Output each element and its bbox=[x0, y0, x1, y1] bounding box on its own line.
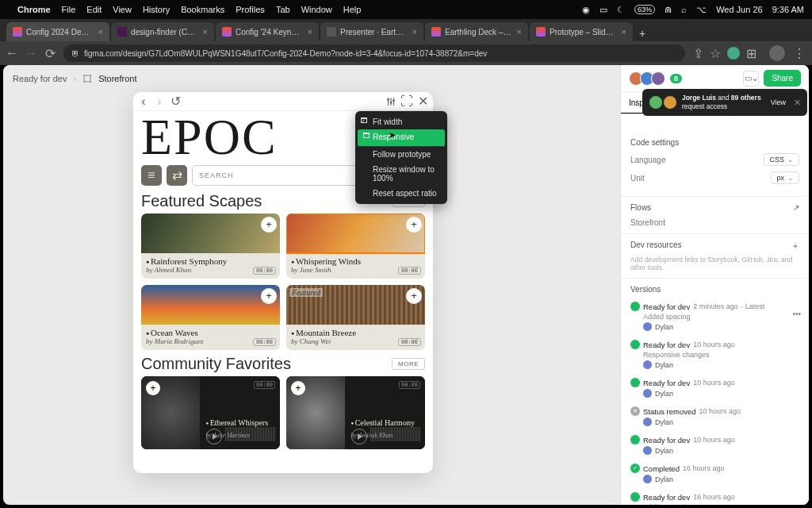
viewer-back-icon[interactable]: ‹ bbox=[138, 96, 149, 107]
menu-item-responsive[interactable]: Responsive bbox=[358, 129, 445, 147]
browser-tab[interactable]: Earthling Deck – Figma× bbox=[425, 22, 528, 41]
flow-play-icon[interactable]: ↗ bbox=[793, 203, 799, 212]
tab-close-icon[interactable]: × bbox=[622, 27, 626, 37]
browser-toolbar: ← → ⟳ ⛨ figma.com/design/G7LdOm8WULPqWSN… bbox=[0, 41, 812, 65]
community-card[interactable]: +00:00Ethereal Whispersby Jane Martinez bbox=[141, 376, 280, 449]
viewer-options-icon[interactable] bbox=[385, 96, 396, 107]
add-button[interactable]: + bbox=[261, 288, 277, 304]
battery-percent[interactable]: 63% bbox=[634, 5, 655, 14]
tab-close-icon[interactable]: × bbox=[98, 27, 103, 37]
version-item[interactable]: ✕Status removed 10 hours agoDylan bbox=[621, 403, 809, 432]
version-item[interactable]: Ready for dev 10 hours agoDylan bbox=[621, 375, 809, 403]
menu-item-follow-prototype[interactable]: Follow prototype bbox=[355, 147, 447, 162]
unit-label: Unit bbox=[630, 174, 645, 183]
site-info-icon[interactable]: ⛨ bbox=[71, 49, 79, 58]
menu-tab[interactable]: Tab bbox=[276, 5, 290, 14]
version-item[interactable]: Ready for dev 10 hours agoDylan bbox=[621, 432, 809, 460]
menu-view[interactable]: View bbox=[113, 5, 132, 14]
wifi-icon[interactable]: ⋒ bbox=[665, 5, 672, 15]
export-dropdown[interactable]: ▭⌄ bbox=[743, 71, 759, 87]
menubar-time[interactable]: 9:36 AM bbox=[772, 5, 804, 14]
language-select[interactable]: CSS bbox=[764, 153, 799, 166]
panel-header: 8 ▭⌄ Share bbox=[621, 65, 809, 92]
avatar bbox=[649, 95, 663, 110]
scape-card[interactable]: +Ocean Wavesby Maria Rodriguez00:00 bbox=[141, 285, 280, 350]
browser-tab[interactable]: Presenter · Earthling Deck · …× bbox=[320, 22, 423, 41]
menu-file[interactable]: File bbox=[62, 5, 76, 14]
version-more-icon[interactable]: ••• bbox=[792, 310, 801, 318]
extension-icon[interactable] bbox=[727, 47, 740, 60]
menu-item-fit-width[interactable]: ✓Fit width bbox=[355, 114, 447, 129]
version-item[interactable]: Ready for dev 16 hours agoAdding spacing… bbox=[621, 489, 809, 505]
browser-tab[interactable]: Config 2024 Demo – Figma× bbox=[6, 22, 109, 41]
menu-edit[interactable]: Edit bbox=[86, 5, 102, 14]
browser-menu-icon[interactable]: ⋮ bbox=[793, 46, 806, 61]
canvas[interactable]: ‹ › ↺ ⛶ ✕ EPOC ≡ ⇄ SEARCH Featured Scape… bbox=[3, 92, 620, 505]
card-thumbnail: + bbox=[141, 376, 200, 449]
menu-button[interactable]: ≡ bbox=[141, 165, 162, 186]
add-button[interactable]: + bbox=[146, 381, 160, 395]
menu-item-reset-aspect[interactable]: Reset aspect ratio bbox=[355, 186, 447, 201]
version-item[interactable]: ✓Completed 16 hours agoDylan bbox=[621, 460, 809, 489]
version-item[interactable]: Ready for dev 2 minutes ago · LatestAdde… bbox=[621, 298, 809, 337]
more-button[interactable]: MORE bbox=[392, 358, 425, 370]
viewer-close-icon[interactable]: ✕ bbox=[417, 96, 428, 107]
menu-history[interactable]: History bbox=[143, 5, 170, 14]
collaborator-avatars[interactable] bbox=[629, 71, 665, 86]
tab-close-icon[interactable]: × bbox=[517, 27, 522, 37]
share-page-icon[interactable]: ⇪ bbox=[693, 46, 703, 61]
back-button[interactable]: ← bbox=[6, 48, 17, 59]
svg-point-1 bbox=[390, 101, 393, 103]
browser-profile-avatar[interactable] bbox=[769, 45, 785, 61]
language-label: Language bbox=[630, 156, 666, 164]
browser-tab[interactable]: design-finder (Channel) - UI…× bbox=[111, 22, 214, 41]
add-button[interactable]: + bbox=[406, 288, 422, 304]
browser-tab[interactable]: Config '24 Keynote – Figma× bbox=[216, 22, 319, 41]
control-center-icon[interactable]: ⌥ bbox=[696, 5, 707, 15]
forward-button[interactable]: → bbox=[25, 48, 36, 59]
avatar bbox=[643, 322, 652, 331]
menu-window[interactable]: Window bbox=[301, 5, 332, 14]
dnd-icon[interactable]: ☾ bbox=[617, 5, 625, 15]
toast-view-button[interactable]: View bbox=[771, 98, 786, 106]
viewer-restart-icon[interactable]: ↺ bbox=[170, 96, 181, 107]
add-button[interactable]: + bbox=[406, 217, 422, 233]
add-button[interactable]: + bbox=[291, 381, 305, 395]
menu-item-resize-100[interactable]: Resize window to 100% bbox=[355, 162, 447, 186]
search-icon[interactable]: ⌕ bbox=[681, 5, 687, 14]
bookmark-icon[interactable]: ☆ bbox=[710, 46, 721, 61]
extensions-icon[interactable]: ⊞ bbox=[746, 46, 756, 61]
menu-profiles[interactable]: Profiles bbox=[236, 5, 265, 14]
tab-close-icon[interactable]: × bbox=[203, 27, 208, 37]
version-item[interactable]: Ready for dev 10 hours agoResponsive cha… bbox=[621, 337, 809, 375]
viewer-expand-icon[interactable]: ⛶ bbox=[401, 96, 412, 107]
menu-bookmarks[interactable]: Bookmarks bbox=[181, 5, 224, 14]
add-button[interactable]: + bbox=[261, 217, 277, 233]
share-button[interactable]: Share bbox=[764, 70, 801, 87]
url-bar[interactable]: ⛨ figma.com/design/G7LdOm8WULPqWSN1G48ut… bbox=[63, 44, 685, 62]
scape-card[interactable]: +Rainforest Symphonyby Ahmed Khan00:00 bbox=[141, 214, 280, 279]
menu-help[interactable]: Help bbox=[343, 5, 362, 14]
breadcrumb-item[interactable]: Ready for dev bbox=[13, 74, 67, 83]
viewer-toolbar: ‹ › ↺ ⛶ ✕ bbox=[133, 92, 433, 111]
airplay-icon[interactable]: ▭ bbox=[599, 5, 607, 15]
menubar-date[interactable]: Wed Jun 26 bbox=[716, 5, 763, 14]
toast-close-icon[interactable]: ✕ bbox=[794, 98, 801, 108]
scape-card[interactable]: +Whispering Windsby Jane Smith00:00 bbox=[286, 214, 425, 279]
tab-close-icon[interactable]: × bbox=[412, 27, 417, 37]
browser-tab[interactable]: Prototype – Slides prototype× bbox=[530, 22, 633, 41]
record-icon[interactable]: ◉ bbox=[582, 5, 590, 15]
breadcrumb-item[interactable]: Storefront bbox=[98, 74, 136, 83]
reload-button[interactable]: ⟳ bbox=[44, 48, 56, 59]
scape-card[interactable]: Featured+Mountain Breezeby Chang Wei00:0… bbox=[286, 285, 425, 350]
card-duration: 00:00 bbox=[254, 381, 275, 389]
flow-item[interactable]: Storefront bbox=[630, 218, 799, 227]
viewer-forward-icon[interactable]: › bbox=[154, 96, 165, 107]
new-tab-button[interactable]: + bbox=[634, 25, 650, 41]
add-resource-icon[interactable]: ＋ bbox=[791, 241, 799, 252]
app-name[interactable]: Chrome bbox=[17, 5, 51, 14]
shuffle-button[interactable]: ⇄ bbox=[167, 165, 187, 186]
unit-select[interactable]: px bbox=[771, 171, 799, 184]
community-card[interactable]: +00:00Celestial Harmonyby Amirah Khan bbox=[286, 376, 425, 449]
tab-close-icon[interactable]: × bbox=[308, 27, 312, 37]
